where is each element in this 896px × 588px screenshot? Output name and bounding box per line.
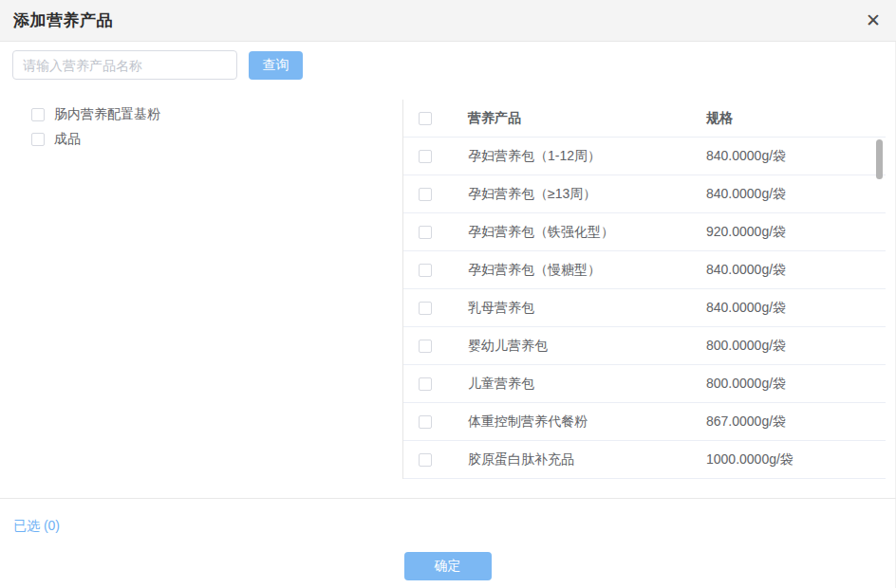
product-name-search-input[interactable] [12,50,237,80]
cell-spec: 800.0000g/袋 [706,338,786,355]
table-row[interactable]: 孕妇营养包（慢糖型） 840.0000g/袋 [403,251,886,289]
tree-item-label: 成品 [54,131,81,148]
table-row[interactable]: 胶原蛋白肽补充品 1000.0000g/袋 [403,441,886,479]
table-row[interactable]: 儿童营养包 800.0000g/袋 [403,365,886,403]
table-scrollbar-thumb[interactable] [876,139,883,179]
query-button[interactable]: 查询 [249,51,303,80]
row-checkbox[interactable] [419,340,432,353]
row-checkbox[interactable] [419,302,432,315]
row-checkbox[interactable] [419,377,432,391]
tree-item-base-powder[interactable]: 肠内营养配置基粉 [31,102,160,127]
cell-spec: 1000.0000g/袋 [706,451,793,469]
dialog-header: 添加营养产品 ✕ [0,0,896,42]
cell-product-name: 孕妇营养包（慢糖型） [468,262,706,279]
table-row[interactable]: 婴幼儿营养包 800.0000g/袋 [403,327,886,365]
category-tree: 肠内营养配置基粉 成品 [31,102,160,152]
table-row[interactable]: 孕妇营养包（≥13周） 840.0000g/袋 [403,175,886,213]
cell-spec: 840.0000g/袋 [706,300,786,317]
close-icon[interactable]: ✕ [866,11,881,29]
cell-product-name: 乳母营养包 [468,300,706,317]
product-table: 营养产品 规格 孕妇营养包（1-12周） 840.0000g/袋 孕妇营养包（≥… [402,100,886,479]
row-checkbox[interactable] [419,264,432,277]
cell-product-name: 儿童营养包 [468,376,706,393]
row-checkbox[interactable] [419,415,432,429]
add-nutrition-product-dialog: 添加营养产品 ✕ 查询 肠内营养配置基粉 成品 营养产品 规格 孕妇营养包（1-… [0,0,896,588]
cell-product-name: 婴幼儿营养包 [468,338,706,355]
row-checkbox[interactable] [419,150,432,163]
cell-product-name: 孕妇营养包（1-12周） [468,148,706,165]
tree-item-label: 肠内营养配置基粉 [54,106,160,123]
cell-product-name: 孕妇营养包（≥13周） [468,186,706,203]
row-checkbox[interactable] [419,188,432,201]
table-row[interactable]: 孕妇营养包（1-12周） 840.0000g/袋 [403,138,886,175]
cell-spec: 800.0000g/袋 [706,376,786,393]
select-all-checkbox[interactable] [419,112,432,125]
cell-spec: 840.0000g/袋 [706,262,786,279]
cell-product-name: 胶原蛋白肽补充品 [468,451,706,469]
selected-count-text: 已选 (0) [13,518,60,535]
table-header-row: 营养产品 规格 [403,100,886,138]
cell-spec: 920.0000g/袋 [706,224,786,241]
row-checkbox[interactable] [419,453,432,467]
footer-divider [0,498,896,499]
dialog-title: 添加营养产品 [13,9,113,31]
tree-item-finished-product[interactable]: 成品 [31,127,160,152]
table-row[interactable]: 体重控制营养代餐粉 867.0000g/袋 [403,403,886,441]
confirm-button[interactable]: 确定 [404,552,492,580]
selected-label: 已选 [13,518,40,533]
cell-spec: 840.0000g/袋 [706,186,786,203]
column-header-product: 营养产品 [468,110,706,127]
column-header-spec: 规格 [706,110,733,127]
table-row[interactable]: 孕妇营养包（铁强化型） 920.0000g/袋 [403,213,886,251]
cell-spec: 840.0000g/袋 [706,148,786,165]
selected-count: (0) [44,518,60,533]
cell-product-name: 体重控制营养代餐粉 [468,413,706,431]
table-row[interactable]: 乳母营养包 840.0000g/袋 [403,289,886,327]
cell-product-name: 孕妇营养包（铁强化型） [468,224,706,241]
tree-checkbox[interactable] [31,108,45,121]
tree-checkbox[interactable] [31,133,45,146]
cell-spec: 867.0000g/袋 [706,413,786,431]
row-checkbox[interactable] [419,226,432,239]
